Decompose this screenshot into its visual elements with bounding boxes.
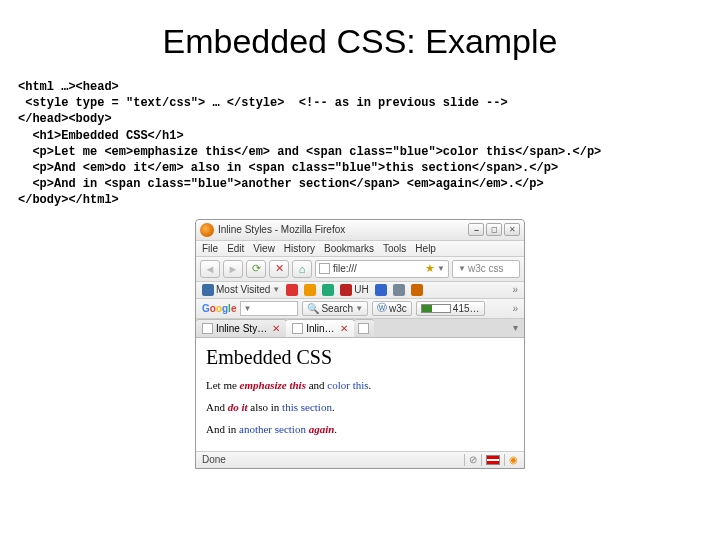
bookmark-item[interactable]	[304, 284, 316, 296]
code-line: <p>Let me <em>emphasize this</em> and <s…	[18, 145, 601, 159]
new-tab-button[interactable]	[354, 319, 374, 337]
bookmark-icon	[340, 284, 352, 296]
google-logo: Google	[202, 303, 236, 314]
bookmark-item[interactable]	[322, 284, 334, 296]
menu-tools[interactable]: Tools	[383, 243, 406, 254]
code-block: <html …><head> <style type = "text/css">…	[0, 79, 720, 209]
stop-button[interactable]: ✕	[269, 260, 289, 278]
google-search-button[interactable]: 🔍 Search ▼	[302, 301, 368, 316]
browser-window: Inline Styles - Mozilla Firefox ‒ ◻ ✕ Fi…	[195, 219, 525, 469]
code-line: <p>And <em>do it</em> also in <span clas…	[18, 161, 558, 175]
tabstrip: Inline Sty… ✕ Inlin… ✕ ▾	[196, 319, 524, 338]
feed-icon[interactable]: ◉	[509, 454, 518, 465]
bookmark-icon	[322, 284, 334, 296]
page-content: Embedded CSS Let me emphasize this and c…	[196, 338, 524, 451]
content-paragraph: And in another section again.	[206, 423, 514, 435]
google-w3c-button[interactable]: Ⓦ w3c	[372, 301, 412, 316]
file-icon	[358, 323, 369, 334]
bookmark-most-visited[interactable]: Most Visited ▼	[202, 284, 280, 296]
code-line: <h1>Embedded CSS</h1>	[18, 129, 184, 143]
google-toolbar: Google ▼ 🔍 Search ▼ Ⓦ w3c 415… »	[196, 299, 524, 319]
file-icon	[292, 323, 303, 334]
bookmark-label: Most Visited	[216, 284, 270, 295]
tab-active[interactable]: Inlin… ✕	[286, 319, 354, 337]
firefox-icon	[200, 223, 214, 237]
code-line: </head><body>	[18, 112, 112, 126]
tab-close-icon[interactable]: ✕	[340, 323, 348, 334]
file-icon	[202, 323, 213, 334]
bookmark-item[interactable]	[375, 284, 387, 296]
blue-text: color this	[327, 379, 368, 391]
menubar: File Edit View History Bookmarks Tools H…	[196, 241, 524, 257]
google-pagerank[interactable]: 415…	[416, 301, 485, 316]
code-line: <html …><head>	[18, 80, 119, 94]
menu-file[interactable]: File	[202, 243, 218, 254]
reload-button[interactable]: ⟳	[246, 260, 266, 278]
tab-label: Inlin…	[306, 323, 334, 334]
flag-icon	[486, 455, 500, 465]
home-button[interactable]: ⌂	[292, 260, 312, 278]
menu-view[interactable]: View	[253, 243, 275, 254]
proxy-icon[interactable]: ⊘	[469, 454, 477, 465]
url-dropdown-icon[interactable]: ▼	[437, 264, 445, 273]
bookmarks-toolbar: Most Visited ▼ UH »	[196, 282, 524, 299]
content-heading: Embedded CSS	[206, 346, 514, 369]
search-text: w3c css	[468, 263, 504, 274]
close-button[interactable]: ✕	[504, 223, 520, 236]
folder-icon	[202, 284, 214, 296]
bookmark-icon	[304, 284, 316, 296]
search-engine-dropdown-icon[interactable]: ▼	[458, 264, 466, 273]
code-line: </body></html>	[18, 193, 119, 207]
code-line: <p>And in <span class="blue">another sec…	[18, 177, 544, 191]
tab-list-dropdown-icon[interactable]: ▾	[507, 319, 524, 337]
emphasized-text: again	[309, 423, 335, 435]
statusbar: Done ⊘ ◉	[196, 451, 524, 468]
bookmark-icon	[393, 284, 405, 296]
menu-help[interactable]: Help	[415, 243, 436, 254]
titlebar: Inline Styles - Mozilla Firefox ‒ ◻ ✕	[196, 220, 524, 241]
slide-title: Embedded CSS: Example	[0, 22, 720, 61]
file-icon	[319, 263, 330, 274]
maximize-button[interactable]: ◻	[486, 223, 502, 236]
forward-button[interactable]: ►	[223, 260, 243, 278]
blue-text: this section	[282, 401, 332, 413]
bookmark-item[interactable]	[411, 284, 423, 296]
url-bar[interactable]: file:/// ★ ▼	[315, 260, 449, 278]
tab-close-icon[interactable]: ✕	[272, 323, 280, 334]
menu-history[interactable]: History	[284, 243, 315, 254]
emphasized-text: do it	[228, 401, 248, 413]
toolbar-overflow-icon[interactable]: »	[512, 303, 518, 314]
pagerank-bar	[421, 304, 451, 313]
bookmarks-overflow-icon[interactable]: »	[512, 284, 518, 295]
menu-edit[interactable]: Edit	[227, 243, 244, 254]
menu-bookmarks[interactable]: Bookmarks	[324, 243, 374, 254]
google-search-input[interactable]: ▼	[240, 301, 298, 316]
minimize-button[interactable]: ‒	[468, 223, 484, 236]
bookmark-item[interactable]	[393, 284, 405, 296]
blue-text: another section	[239, 423, 306, 435]
url-text: file:///	[333, 263, 425, 274]
bookmark-icon	[286, 284, 298, 296]
bookmark-star-icon[interactable]: ★	[425, 262, 435, 275]
code-line: <style type = "text/css"> … </style> <!-…	[18, 96, 508, 110]
button-label: w3c	[389, 303, 407, 314]
navbar: ◄ ► ⟳ ✕ ⌂ file:/// ★ ▼ ▼ w3c css	[196, 257, 524, 282]
bookmark-uh[interactable]: UH	[340, 284, 368, 296]
status-text: Done	[202, 454, 226, 465]
back-button[interactable]: ◄	[200, 260, 220, 278]
emphasized-text: emphasize this	[240, 379, 306, 391]
bookmark-label: UH	[354, 284, 368, 295]
window-title: Inline Styles - Mozilla Firefox	[218, 224, 468, 235]
content-paragraph: Let me emphasize this and color this.	[206, 379, 514, 391]
bookmark-item[interactable]	[286, 284, 298, 296]
content-paragraph: And do it also in this section.	[206, 401, 514, 413]
tab[interactable]: Inline Sty… ✕	[196, 319, 287, 337]
bookmark-icon	[411, 284, 423, 296]
bookmark-icon	[375, 284, 387, 296]
pagerank-label: 415…	[453, 303, 480, 314]
tab-label: Inline Sty…	[216, 323, 267, 334]
search-bar[interactable]: ▼ w3c css	[452, 260, 520, 278]
button-label: Search	[321, 303, 353, 314]
